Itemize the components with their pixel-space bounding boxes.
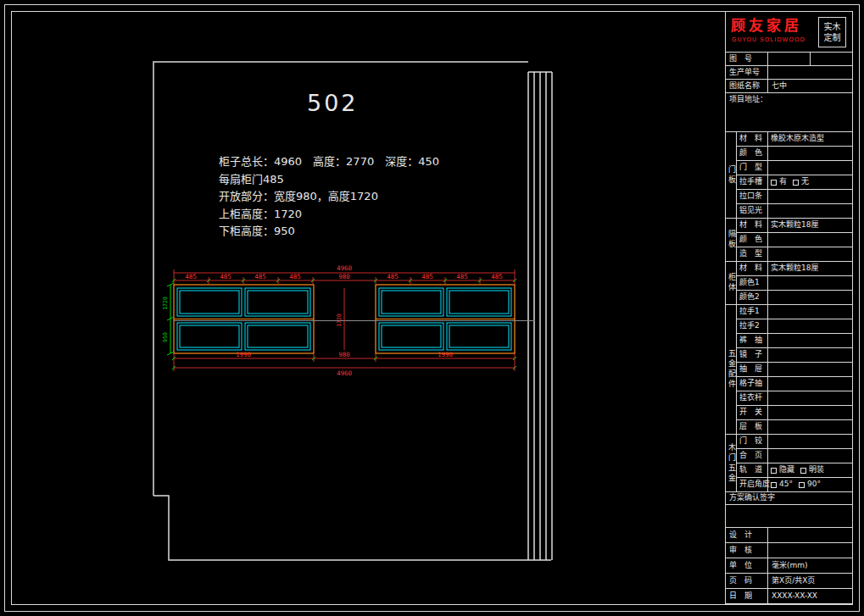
tb-label: 材 料: [737, 132, 768, 146]
tb-value: [768, 305, 852, 319]
dim-bottom-seg: 1990: [236, 351, 252, 358]
tb-label: 颜 色: [737, 233, 768, 247]
tb-value: [768, 291, 852, 304]
tb-value: [768, 363, 852, 376]
tb-row-drawing-name: 图纸名称 七中: [726, 80, 852, 93]
section-hardware: 五金配件 拉手1 拉手2 裤 抽 镜 子 抽 屉 格子抽 挂衣杆 开 关 层 板: [726, 305, 852, 435]
tb-label: 单 位: [726, 558, 768, 573]
tb-label: 设 计: [726, 528, 768, 542]
tb-value: [768, 247, 852, 261]
dim-top-seg: 485: [491, 273, 503, 280]
tb-row: 层 板: [737, 420, 852, 435]
tb-value: 有 无: [768, 175, 852, 189]
tb-row-units: 单 位 毫米(mm): [726, 558, 852, 574]
tb-row-track: 轨 道 隐藏 明装: [737, 463, 852, 478]
tb-label: 颜色1: [737, 276, 768, 290]
dim-top-seg: 485: [421, 273, 433, 280]
tb-value: 45° 90°: [768, 478, 852, 491]
tb-row: 镜 子: [737, 348, 852, 363]
dim-left-lower: 950: [162, 332, 169, 342]
note-line: 上柜高度：1720: [219, 205, 439, 223]
room-walls: [153, 62, 552, 560]
note-line: 开放部分：宽度980，高度1720: [219, 187, 439, 205]
tb-value: [768, 449, 852, 463]
dim-top-seg: 485: [387, 273, 399, 280]
tb-row: 颜色2: [737, 291, 852, 305]
tb-label: 铝见光: [737, 204, 768, 218]
tb-row: 材 料实木颗粒18厘: [737, 219, 852, 233]
tb-value: [768, 204, 852, 218]
tb-label: 拉手1: [737, 305, 768, 319]
checkbox-label: 明装: [809, 466, 824, 474]
tb-value: [768, 190, 852, 203]
tb-row: 拉口条: [737, 190, 852, 204]
solidwood-badge: 实木 定制: [818, 17, 846, 47]
tb-row-drawing-no: 图 号: [726, 53, 852, 66]
tb-row: 颜色1: [737, 276, 852, 291]
tb-row: 拉手2: [737, 319, 852, 334]
tb-label: 生产单号: [726, 66, 768, 79]
tb-value: [768, 53, 852, 65]
dim-bottom-overall: 4960: [337, 369, 353, 377]
signature-space: [726, 505, 852, 528]
tb-value: 毫米(mm): [768, 558, 852, 573]
tb-label: 材 料: [737, 262, 768, 275]
tb-value: [768, 528, 852, 542]
dim-top-seg: 485: [185, 273, 197, 280]
tb-value: [768, 66, 852, 79]
tb-row: 材 料橡胶木原木造型: [737, 132, 852, 147]
tb-value: 第X页/共X页: [768, 574, 852, 588]
tb-row: 开 关: [737, 406, 852, 420]
section-side-label: 门板: [726, 132, 737, 219]
tb-row-project-address: 项目地址：: [726, 93, 852, 132]
dim-bottom-seg: 980: [338, 351, 350, 358]
tb-row: 造 型: [737, 247, 852, 262]
tb-value: [768, 161, 852, 175]
tb-label: 轨 道: [737, 463, 768, 477]
tb-label: 日 期: [726, 589, 768, 603]
tb-label: 抽 屉: [737, 363, 768, 376]
tb-label: 拉手槽: [737, 175, 768, 189]
section-side-label: 柜体: [726, 262, 737, 305]
section-door-panel: 门板 材 料橡胶木原木造型 颜 色 门 型 拉手槽 有 无 拉口条 铝见光: [726, 132, 852, 219]
checkbox-45: [771, 482, 777, 488]
tb-value: XXXX-XX-XX: [768, 589, 852, 603]
tb-value: [768, 319, 852, 333]
section-side-label: 隔板: [726, 219, 737, 262]
dim-open-height: 1720: [336, 314, 343, 327]
section-door-hardware: 木门五金 门 铰 合 页 轨 道 隐藏 明装 开启角度 45° 90°: [726, 435, 852, 492]
badge-line: 实木: [824, 22, 841, 31]
tb-label: 图 号: [726, 53, 768, 65]
tb-value: [768, 276, 852, 290]
tb-row: 挂衣杆: [737, 391, 852, 406]
tb-label: 颜色2: [737, 291, 768, 304]
dim-left-upper: 1720: [162, 297, 169, 310]
tb-row: 颜 色: [737, 233, 852, 247]
tb-value: [768, 147, 852, 160]
section-side-label: 木门五金: [726, 435, 737, 492]
tb-label: 审 核: [726, 543, 768, 558]
tb-label: 开 关: [737, 406, 768, 419]
tb-value: [768, 435, 852, 448]
tb-row-page: 页 码 第X页/共X页: [726, 574, 852, 589]
tb-row: 合 页: [737, 449, 852, 463]
note-line: 柜子总长：4960 高度：2770 深度：450: [219, 153, 439, 170]
note-line: 下柜高度：950: [219, 222, 439, 240]
checkbox-90: [799, 482, 805, 488]
dim-top-seg: 485: [254, 273, 266, 280]
tb-value: [768, 406, 852, 419]
section-side-label: 五金配件: [726, 305, 737, 435]
tb-value: [768, 348, 852, 362]
tb-row-order-no: 生产单号: [726, 66, 852, 80]
tb-value: 橡胶木原木造型: [768, 132, 852, 146]
tb-label: 格子抽: [737, 377, 768, 391]
tb-row-handle-groove: 拉手槽 有 无: [737, 175, 852, 190]
dim-top-seg: 485: [220, 273, 231, 280]
dim-top-overall: 4960: [337, 264, 353, 272]
tb-row-date: 日 期 XXXX-XX-XX: [726, 589, 852, 604]
tb-label: 方案确认签字: [729, 494, 775, 502]
room-number-label: 502: [307, 90, 359, 116]
checkbox-label: 45°: [779, 480, 793, 489]
tb-label: 造 型: [737, 247, 768, 261]
tb-label: 项目地址：: [729, 95, 767, 103]
